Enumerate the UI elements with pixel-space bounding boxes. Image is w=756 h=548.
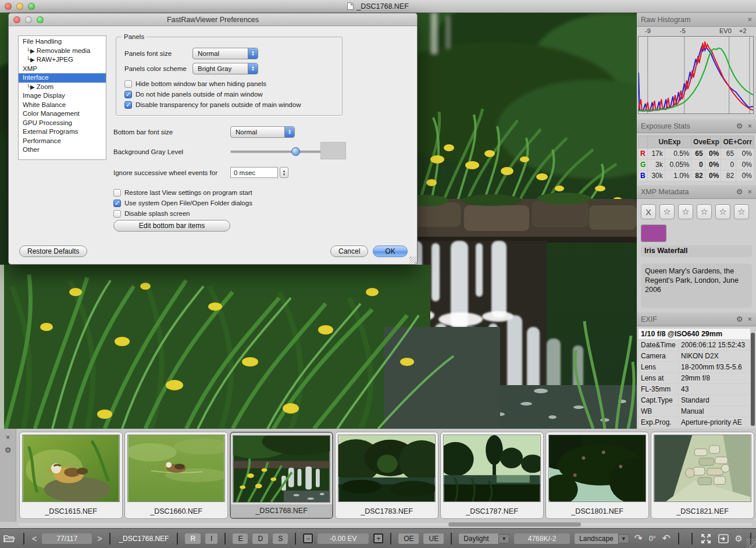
wheel-events-input[interactable]: 0 msec (230, 167, 278, 178)
xmp-description-field[interactable]: Queen Mary's Gardens, the Regent's Park,… (641, 264, 752, 308)
star-2-button[interactable]: ☆ (678, 204, 693, 219)
ok-button[interactable]: OK (373, 245, 408, 257)
ev-minus-button[interactable]: − (303, 533, 313, 543)
nav-item-color-management[interactable]: Color Management (19, 109, 106, 119)
stepper-icon[interactable]: ▲▼ (280, 167, 288, 178)
gear-icon[interactable]: ⚙ (736, 122, 743, 130)
branch-icon: └▶ (26, 48, 35, 54)
col-oecorr: OE+Corr (721, 136, 754, 148)
checkbox-row[interactable]: ✓Use system Open File/Open Folder dialog… (113, 198, 252, 208)
nav-item-zoom[interactable]: └▶Zoom (19, 83, 106, 92)
shadows-toggle[interactable]: S (273, 533, 288, 544)
edit-bottom-bar-button[interactable]: Edit bottom bar items (113, 220, 230, 232)
rotate-ccw-button[interactable]: ↶ (662, 532, 670, 545)
close-icon[interactable]: × (747, 187, 752, 196)
thumbnail-dsc1660[interactable]: _DSC1660.NEF (124, 432, 228, 519)
checkbox-row[interactable]: ✓Disable transparency for panels outside… (124, 100, 301, 109)
checkbox-unchecked-icon[interactable]: ✓ (113, 189, 121, 197)
filmstrip-close-icon[interactable]: × (0, 433, 16, 442)
panels-font-size-popup[interactable]: Normal ▲▼ (192, 48, 258, 59)
nav-item-label: XMP (23, 65, 37, 72)
checkbox-unchecked-icon[interactable]: ✓ (113, 210, 121, 218)
open-folder-icon[interactable] (3, 534, 15, 543)
color-label-5-button[interactable] (641, 225, 666, 242)
dialog-resize-grip[interactable] (409, 257, 416, 264)
histogram-tick-label: EV0 (719, 27, 732, 34)
nav-item-other[interactable]: Other (19, 145, 106, 155)
nav-item-performance[interactable]: Performance (19, 137, 106, 146)
slider-thumb[interactable] (291, 147, 300, 156)
cancel-button[interactable]: Cancel (330, 245, 368, 257)
nav-item-label: External Programs (23, 128, 78, 135)
col-oveexp: OveExp (691, 136, 721, 148)
nav-item-raw-jpeg[interactable]: └▶RAW+JPEG (19, 55, 106, 65)
filmstrip-scrollbar[interactable] (17, 522, 754, 527)
nav-item-external-programs[interactable]: External Programs (19, 127, 106, 137)
details-toggle[interactable]: D (252, 533, 268, 544)
star-5-button[interactable]: ☆ (734, 204, 749, 219)
nav-item-xmp[interactable]: XMP (19, 65, 106, 74)
nav-item-file-handling[interactable]: File Handling (19, 37, 106, 47)
bottom-bar-font-popup[interactable]: Normal ▲▼ (230, 126, 295, 138)
nav-item-gpu-processing[interactable]: GPU Processing (19, 119, 106, 128)
restore-defaults-button[interactable]: Restore Defaults (19, 245, 87, 257)
thumbnail-dsc1801[interactable]: _DSC1801.NEF (545, 432, 649, 519)
close-icon[interactable]: × (747, 122, 752, 130)
thumbnail-dsc1783[interactable]: _DSC1783.NEF (335, 432, 438, 519)
ev-plus-button[interactable]: + (373, 533, 383, 543)
xmp-title-field[interactable]: Iris Waterfall (641, 245, 752, 257)
checkbox-unchecked-icon[interactable]: ✓ (124, 80, 132, 88)
checkbox-checked-icon[interactable]: ✓ (113, 200, 121, 207)
thumb-scene-waterfall (233, 435, 330, 503)
exposure-toggle[interactable]: E (233, 533, 248, 544)
rotation-angle: 0° (649, 535, 655, 543)
settings-gear-icon[interactable]: ⚙ (735, 533, 743, 544)
checkbox-checked-icon[interactable]: ✓ (124, 101, 132, 109)
popup-stepper-icon: ▲▼ (248, 48, 258, 59)
thumbnail-dsc1787[interactable]: _DSC1787.NEF (440, 432, 544, 519)
nav-item-image-display[interactable]: Image Display (19, 91, 106, 101)
toggle-panels-icon[interactable] (718, 534, 729, 543)
rotate-cw-button[interactable]: ↷ (634, 532, 643, 545)
checkbox-label: Disable splash screen (124, 210, 190, 217)
star-4-button[interactable]: ☆ (715, 204, 730, 219)
underexposure-toggle[interactable]: UE (423, 533, 444, 544)
close-icon[interactable]: × (747, 315, 752, 323)
exif-scrollbar[interactable] (751, 333, 755, 426)
nav-item-interface[interactable]: Interface (19, 73, 106, 83)
thumbnail-dsc1615[interactable]: _DSC1615.NEF (19, 432, 123, 519)
checkbox-row[interactable]: ✓Do not hide panels outside of main wind… (124, 90, 263, 99)
checkbox-row[interactable]: ✓Hide bottom window bar when hiding pane… (124, 79, 266, 88)
window-resize-grip[interactable] (747, 539, 756, 548)
clear-rating-button[interactable]: X (641, 204, 656, 219)
gear-icon[interactable]: ⚙ (736, 315, 743, 323)
prev-file-button[interactable]: < (32, 534, 37, 543)
close-icon[interactable]: × (747, 15, 752, 24)
orientation-dropdown[interactable]: Landscape ▼ (575, 533, 629, 544)
next-file-button[interactable]: > (97, 534, 102, 543)
gear-icon[interactable]: ⚙ (736, 187, 743, 196)
overexposure-toggle[interactable]: OE (398, 533, 419, 544)
exif-title: EXIF (641, 315, 657, 323)
raw-mode-toggle[interactable]: R (185, 533, 201, 544)
checkbox-row[interactable]: ✓Disable splash screen (113, 209, 190, 218)
checkbox-checked-icon[interactable]: ✓ (124, 91, 132, 98)
thumbnail-dsc1821[interactable]: _DSC1821.NEF (651, 432, 754, 519)
nav-item-removable-media[interactable]: └▶Removable media (19, 47, 106, 56)
filmstrip-gear-icon[interactable]: ⚙ (0, 446, 16, 454)
star-1-button[interactable]: ☆ (659, 204, 675, 219)
thumbnail-label: _DSC1783.NEF (336, 505, 438, 518)
filmstrip-scrollbar-thumb[interactable] (448, 522, 581, 526)
fullscreen-icon[interactable] (701, 533, 711, 544)
star-3-button[interactable]: ☆ (697, 204, 712, 219)
white-balance-dropdown[interactable]: Daylight ▼ (459, 533, 509, 544)
thumbnail-dsc1768-selected[interactable]: _DSC1768.NEF (230, 432, 333, 519)
current-filename: _DSC1768.NEF (119, 535, 169, 543)
nav-item-white-balance[interactable]: White Balance (19, 101, 106, 110)
panels-color-scheme-popup[interactable]: Bright Gray ▲▼ (192, 63, 258, 74)
checkbox-row[interactable]: ✓Restore last View settings on program s… (113, 188, 252, 197)
background-gray-slider[interactable] (230, 147, 329, 156)
internal-jpeg-toggle[interactable]: I (205, 533, 217, 544)
exif-row: Date&Time2006:06:12 15:52:43 (639, 340, 750, 350)
thumb-scene-trees-pond-dusk (443, 435, 541, 502)
